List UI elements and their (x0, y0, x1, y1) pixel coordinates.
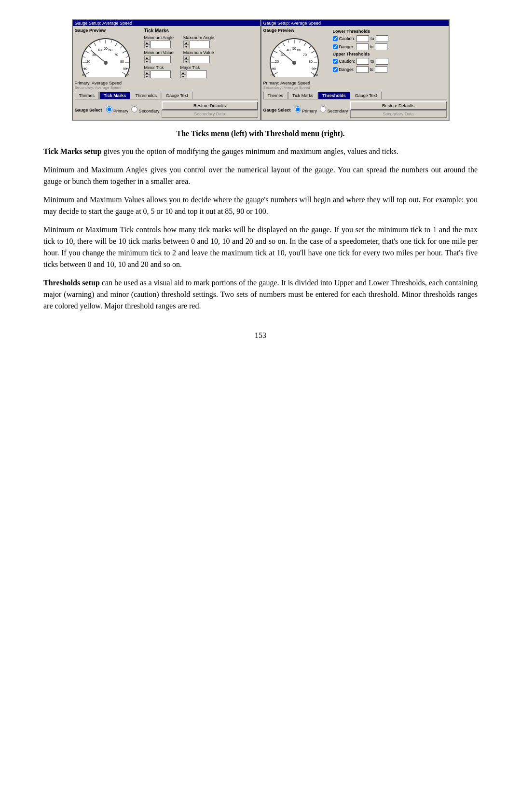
caution-lower-checkbox[interactable] (333, 36, 338, 41)
svg-point-31 (270, 39, 318, 77)
svg-text:60: 60 (297, 48, 301, 52)
caution-upper-label: Caution: (339, 59, 356, 64)
caution-lower-row: Caution: 0 to 0 (333, 35, 447, 42)
min-value-group: Minimum Value ▲ ▼ 0 (144, 50, 174, 63)
max-value-down[interactable]: ▼ (183, 59, 189, 63)
right-radio-primary[interactable]: Primary (295, 106, 317, 113)
caution-upper-to-input[interactable]: 0 (376, 58, 388, 65)
right-panel-title: Gauge Setup: Average Speed (261, 20, 449, 26)
danger-lower-from-input[interactable]: 0 (356, 43, 369, 50)
svg-point-0 (82, 39, 130, 77)
content-area: Tick Marks setup gives you the option of… (43, 146, 478, 312)
caution-lower-from-input[interactable]: 0 (356, 35, 369, 42)
right-tab-gaugetext[interactable]: Gauge Text (351, 92, 382, 99)
danger-upper-to-input[interactable]: 0 (375, 66, 387, 73)
min-angle-label: Minimum Angle (144, 35, 174, 40)
min-angle-up[interactable]: ▲ (144, 41, 150, 44)
max-angle-input[interactable]: 130 (190, 41, 210, 48)
left-primary-label: Primary: Average Speed (75, 81, 142, 85)
minor-tick-down[interactable]: ▼ (144, 74, 150, 78)
thresholds-section: Lower Thresholds Caution: 0 to 0 Danger:… (333, 28, 447, 90)
caution-upper-checkbox[interactable] (333, 59, 338, 64)
min-angle-input[interactable]: 230 (151, 41, 171, 48)
left-gauge-select-label: Gauge Select (75, 107, 104, 112)
max-value-group: Maximum Value ▲ ▼ 100 (183, 50, 214, 63)
left-gauge-bottom: Gauge Select Primary Secondary Restore D… (75, 101, 258, 118)
svg-text:40: 40 (287, 48, 290, 52)
major-tick-up[interactable]: ▲ (180, 70, 186, 74)
svg-text:70: 70 (114, 53, 118, 56)
right-restore-btn[interactable]: Restore Defaults (350, 101, 447, 110)
minor-tick-input[interactable]: 2 (151, 70, 171, 78)
svg-text:10: 10 (83, 67, 87, 70)
left-tab-themes[interactable]: Themes (75, 92, 99, 99)
paragraph-1: Tick Marks setup gives you the option of… (43, 146, 478, 157)
max-value-input[interactable]: 100 (190, 56, 210, 63)
left-secondary-data-btn: Secondary Data (162, 110, 258, 118)
right-tab-themes[interactable]: Themes (263, 92, 288, 99)
left-gauge-preview-section: Gauge Preview (75, 28, 142, 90)
paragraph-1-rest: gives you the option of modifying the ga… (102, 147, 398, 155)
svg-text:0: 0 (82, 73, 84, 77)
left-tab-gaugetext[interactable]: Gauge Text (162, 92, 192, 99)
right-gauge-svg: 50 40 60 30 70 20 80 10 90 0 100 (263, 34, 325, 77)
right-radio-secondary[interactable]: Secondary (320, 106, 348, 113)
min-angle-group: Minimum Angle ▲ ▼ 230 (144, 35, 174, 48)
left-radio-secondary[interactable]: Secondary (131, 106, 160, 113)
svg-text:80: 80 (309, 60, 313, 63)
danger-lower-to-input[interactable]: 0 (375, 43, 387, 50)
major-tick-down[interactable]: ▼ (180, 74, 186, 78)
right-preview-label: Gauge Preview (263, 28, 331, 33)
svg-text:30: 30 (92, 53, 96, 56)
svg-text:20: 20 (86, 60, 90, 63)
screenshot-area: Gauge Setup: Average Speed Gauge Preview (39, 19, 482, 121)
paragraph-5-rest: can be used as a visual aid to mark port… (43, 279, 478, 310)
svg-text:20: 20 (275, 60, 279, 63)
left-tab-tickmarks[interactable]: Tick Marks (99, 92, 130, 99)
danger-upper-checkbox[interactable] (333, 67, 338, 72)
gauges-container: Gauge Setup: Average Speed Gauge Preview (72, 19, 450, 121)
max-angle-up[interactable]: ▲ (183, 41, 189, 44)
svg-text:0: 0 (271, 73, 273, 77)
danger-upper-label: Danger: (339, 67, 355, 72)
svg-point-61 (292, 61, 296, 65)
min-value-input[interactable]: 0 (151, 56, 171, 63)
caution-upper-to-label: to (370, 59, 374, 64)
left-restore-btn[interactable]: Restore Defaults (162, 101, 258, 110)
paragraph-5: Thresholds setup can be used as a visual… (43, 277, 478, 312)
max-angle-label: Maximum Angle (183, 35, 214, 40)
major-tick-input[interactable]: 10 (187, 70, 207, 78)
min-angle-down[interactable]: ▼ (144, 44, 150, 48)
right-secondary-label: Secondary: Average Speed (263, 85, 331, 90)
caution-lower-to-label: to (370, 36, 374, 41)
svg-text:40: 40 (98, 48, 102, 52)
right-tab-thresholds[interactable]: Thresholds (318, 92, 350, 99)
caution-lower-to-input[interactable]: 0 (376, 35, 388, 42)
right-tab-tickmarks[interactable]: Tick Marks (288, 92, 317, 99)
max-angle-down[interactable]: ▼ (183, 44, 189, 48)
danger-upper-from-input[interactable]: 0 (356, 66, 369, 73)
max-value-up[interactable]: ▲ (183, 56, 189, 59)
danger-lower-checkbox[interactable] (333, 44, 338, 49)
caution-upper-from-input[interactable]: 0 (356, 58, 369, 65)
right-secondary-data-btn: Secondary Data (350, 110, 447, 118)
svg-text:90: 90 (312, 67, 315, 70)
svg-text:30: 30 (281, 53, 285, 56)
min-value-up[interactable]: ▲ (144, 56, 150, 59)
lower-thresholds-title: Lower Thresholds (333, 29, 447, 34)
svg-text:50: 50 (292, 47, 296, 50)
tick-marks-section: Tick Marks Minimum Angle ▲ ▼ (144, 28, 258, 90)
right-gauge-panel: Gauge Setup: Average Speed Gauge Preview (261, 20, 449, 120)
paragraph-3: Minimum and Maximum Values allows you to… (43, 194, 478, 217)
figure-caption: The Ticks menu (left) with Threshold men… (39, 129, 482, 138)
right-gauge-preview-section: Gauge Preview (263, 28, 331, 90)
tick-marks-title: Tick Marks (144, 28, 258, 33)
minor-tick-up[interactable]: ▲ (144, 70, 150, 74)
min-value-down[interactable]: ▼ (144, 59, 150, 63)
right-gauge-bottom: Gauge Select Primary Secondary Restore D… (263, 101, 447, 118)
left-tab-thresholds[interactable]: Thresholds (131, 92, 161, 99)
left-radio-primary[interactable]: Primary (106, 106, 129, 113)
svg-text:10: 10 (272, 67, 276, 70)
left-gauge-svg-wrapper: 50 40 60 30 70 20 80 10 90 0 100 (75, 34, 137, 80)
max-angle-group: Maximum Angle ▲ ▼ 130 (183, 35, 214, 48)
